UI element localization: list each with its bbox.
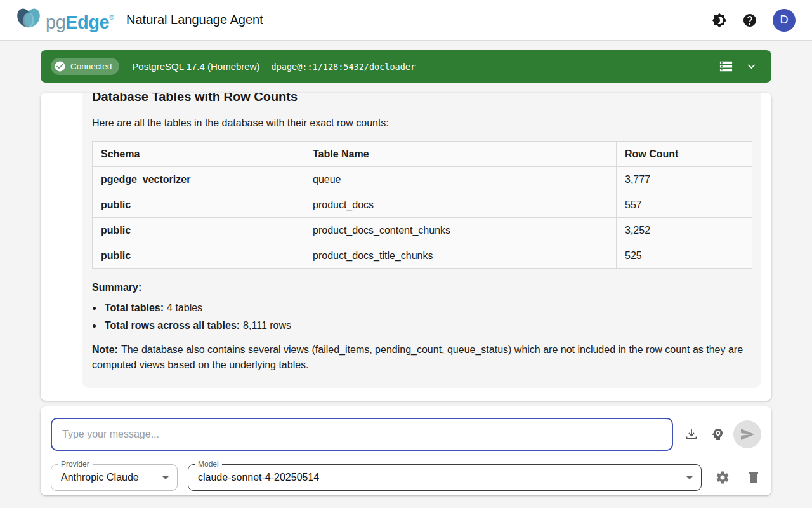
help-icon — [742, 13, 757, 28]
cell-schema: public — [93, 218, 304, 243]
connected-status-badge: Connected — [51, 58, 119, 75]
cell-schema: pgedge_vectorizer — [93, 167, 304, 192]
note-label: Note: — [92, 344, 118, 355]
message-input[interactable] — [51, 418, 673, 451]
cell-row-count: 3,777 — [617, 167, 752, 192]
psychology-icon — [710, 427, 725, 442]
check-circle-icon — [54, 60, 66, 72]
clear-chat-button[interactable] — [746, 470, 761, 485]
cell-row-count: 3,252 — [617, 218, 752, 243]
storage-icon — [719, 59, 733, 74]
provider-select-value: Anthropic Claude — [51, 472, 139, 483]
connected-status-label: Connected — [70, 62, 112, 71]
model-select-label: Model — [195, 460, 222, 469]
model-select[interactable]: Model claude-sonnet-4-20250514 — [188, 464, 702, 491]
settings-button[interactable] — [715, 470, 730, 485]
table-row: public product_docs 557 — [93, 192, 752, 218]
assistant-message-card: Database Tables with Row Counts Here are… — [82, 93, 761, 388]
connection-string-text: dpage@::1/128:5432/docloader — [272, 62, 416, 72]
summary-list: Total tables:4 tables Total rows across … — [92, 302, 751, 332]
column-header-schema: Schema — [93, 142, 304, 167]
table-row: pgedge_vectorizer queue 3,777 — [93, 167, 752, 192]
list-item: Total rows across all tables:8,111 rows — [103, 319, 751, 332]
send-button[interactable] — [733, 420, 761, 448]
table-row: public product_docs_title_chunks 525 — [93, 243, 752, 269]
message-heading: Database Tables with Row Counts — [92, 93, 751, 104]
chat-scroll-area[interactable]: Database Tables with Row Counts Here are… — [41, 93, 771, 401]
help-button[interactable] — [742, 13, 757, 28]
dark-mode-icon — [712, 13, 727, 28]
cell-table-name: product_docs_content_chunks — [304, 218, 617, 243]
bullet-label: Total tables: — [105, 302, 164, 313]
cell-table-name: product_docs_title_chunks — [304, 243, 617, 269]
connection-status-bar: Connected PostgreSQL 17.4 (Homebrew) dpa… — [41, 50, 771, 83]
thinking-mode-button[interactable] — [710, 427, 725, 442]
note-text: The database also contains several views… — [92, 344, 743, 370]
provider-select-label: Provider — [58, 460, 93, 469]
cell-table-name: queue — [304, 167, 617, 192]
column-header-row-count: Row Count — [617, 142, 752, 167]
download-icon — [684, 427, 699, 442]
summary-heading: Summary: — [92, 281, 751, 294]
page-title: Natural Language Agent — [126, 13, 263, 27]
logo-text-edge: Edge — [65, 12, 109, 32]
list-item: Total tables:4 tables — [103, 302, 751, 314]
column-header-table-name: Table Name — [304, 142, 617, 167]
appbar-actions: D — [712, 9, 796, 32]
connection-expand-button[interactable] — [743, 59, 759, 74]
composer-panel: Provider Anthropic Claude Model claude-s… — [41, 406, 771, 495]
chevron-down-icon — [744, 59, 759, 74]
server-version-text: PostgreSQL 17.4 (Homebrew) — [132, 61, 259, 72]
trash-icon — [746, 470, 761, 485]
cell-schema: public — [93, 243, 304, 269]
dropdown-arrow-icon — [158, 470, 173, 485]
cell-table-name: product_docs — [304, 192, 617, 218]
row-counts-table: Schema Table Name Row Count pgedge_vecto… — [92, 141, 752, 269]
logo-text-pg: pg — [46, 12, 65, 32]
send-icon — [740, 427, 755, 442]
table-row: public product_docs_content_chunks 3,252 — [93, 218, 752, 243]
note-paragraph: Note:The database also contains several … — [92, 342, 745, 373]
user-avatar[interactable]: D — [773, 9, 796, 32]
logo-registered-mark: ® — [109, 14, 114, 21]
dark-mode-toggle-button[interactable] — [712, 13, 727, 28]
pgedge-logo-icon — [14, 6, 44, 32]
dropdown-arrow-icon — [682, 470, 697, 485]
provider-select[interactable]: Provider Anthropic Claude — [51, 464, 178, 491]
model-select-value: claude-sonnet-4-20250514 — [188, 472, 319, 483]
cell-row-count: 525 — [617, 243, 752, 269]
database-objects-button[interactable] — [718, 59, 733, 74]
download-chat-button[interactable] — [684, 427, 699, 442]
pgedge-logo: pgEdge® — [14, 4, 114, 36]
gear-icon — [715, 470, 730, 485]
message-intro-text: Here are all the tables in the database … — [92, 117, 751, 130]
bullet-text: 8,111 rows — [243, 320, 291, 331]
bullet-label: Total rows across all tables: — [105, 320, 240, 331]
table-header-row: Schema Table Name Row Count — [93, 142, 752, 167]
bullet-text: 4 tables — [167, 302, 202, 313]
cell-row-count: 557 — [617, 192, 752, 218]
app-header: pgEdge® Natural Language Agent D — [0, 0, 812, 41]
cell-schema: public — [93, 192, 304, 218]
